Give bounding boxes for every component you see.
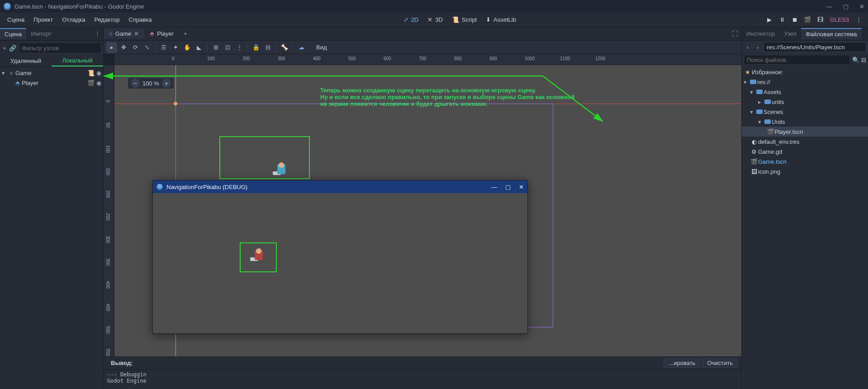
minimize-icon[interactable]: — — [826, 3, 832, 10]
close-tab-icon[interactable]: ✕ — [134, 30, 139, 37]
expand-viewport-icon[interactable]: ⛶ — [728, 28, 741, 39]
tab-inspector[interactable]: Инспектор — [742, 28, 779, 39]
pause-button[interactable]: ⏸ — [777, 14, 787, 25]
file-game-tscn[interactable]: 🎬 Game.tscn — [742, 157, 868, 166]
more-icon[interactable]: ⋮ — [854, 14, 864, 25]
debug-minimize-icon[interactable]: — — [491, 184, 497, 190]
godot-icon — [4, 3, 11, 10]
rotate-tool-icon[interactable]: ⟳ — [130, 42, 141, 53]
workspace-script[interactable]: 📜 Script — [448, 14, 480, 25]
grid-snap-icon[interactable]: ⊡ — [222, 42, 233, 53]
scene-tab-player[interactable]: ⬘ Player — [144, 28, 179, 39]
snap-options-icon[interactable]: ⋮ — [234, 42, 245, 53]
tab-scene[interactable]: Сцена — [0, 28, 26, 39]
debug-game-window[interactable]: NavigationForPikabu (DEBUG) — ▢ ✕ — [152, 180, 528, 334]
maximize-icon[interactable]: ▢ — [843, 3, 849, 10]
favorites-row[interactable]: ★ Избранное: — [742, 67, 868, 77]
add-node-icon[interactable]: + — [3, 43, 6, 52]
copy-button[interactable]: ...ировать — [664, 358, 700, 368]
add-scene-tab[interactable]: + — [179, 28, 192, 39]
subtab-local[interactable]: Локальный — [52, 55, 103, 66]
gdscript-icon: ⚙ — [750, 148, 758, 155]
folder-icon — [764, 119, 771, 124]
menu-debug[interactable]: Отладка — [58, 14, 89, 25]
zoom-in-icon[interactable]: + — [162, 79, 171, 88]
path-input[interactable] — [764, 42, 866, 52]
snap-icon[interactable]: ⊞ — [210, 42, 221, 53]
clear-button[interactable]: Очистить — [702, 358, 738, 368]
scene-tree: ▾ ○ Game 📜◉ ⬘ Player 🎬◉ — [0, 67, 103, 389]
res-root[interactable]: ▾ res:// — [742, 77, 868, 87]
pivot-tool-icon[interactable]: ✦ — [170, 42, 181, 53]
subtab-remote[interactable]: Удаленный — [0, 55, 52, 66]
workspace-2d[interactable]: ⤢ 2D — [400, 14, 422, 25]
script-icon[interactable]: 📜 — [87, 70, 95, 76]
folder-units-lower[interactable]: ▸ units — [742, 97, 868, 107]
output-tab[interactable]: Вывод: — [107, 359, 137, 367]
pan-tool-icon[interactable]: ✋ — [182, 42, 193, 53]
debug-close-icon[interactable]: ✕ — [519, 184, 524, 190]
node-game[interactable]: ▾ ○ Game 📜◉ — [0, 68, 103, 78]
search-icon[interactable]: 🔍 — [852, 57, 859, 63]
debug-titlebar[interactable]: NavigationForPikabu (DEBUG) — ▢ ✕ — [153, 180, 527, 193]
play-button[interactable]: ▶ — [764, 14, 775, 25]
env-icon: ◐ — [750, 138, 758, 145]
bone-icon[interactable]: 🦴 — [279, 42, 290, 53]
stop-button[interactable]: ⏹ — [789, 14, 800, 25]
instance-icon[interactable]: 🎬 — [87, 80, 95, 86]
list-tool-icon[interactable]: ☰ — [158, 42, 169, 53]
file-search-input[interactable] — [744, 55, 850, 65]
group-icon[interactable]: ⊟ — [262, 42, 273, 53]
node-player[interactable]: ⬘ Player 🎬◉ — [0, 78, 103, 88]
menu-scene[interactable]: Сцена — [4, 14, 28, 25]
window-controls: — ▢ ✕ — [826, 3, 864, 10]
filter-nodes-input[interactable] — [19, 43, 101, 53]
split-view-icon[interactable]: ⊟ — [861, 57, 866, 63]
tab-node[interactable]: Узел — [779, 28, 801, 39]
file-default-env[interactable]: ◐ default_env.tres — [742, 137, 868, 147]
play-custom-button[interactable]: 🎞 — [815, 14, 825, 25]
viewport-container: 0100200300400500600700800900100011001200… — [104, 54, 741, 356]
menu-project[interactable]: Проект — [30, 14, 57, 25]
scene-tab-game[interactable]: ○ Game ✕ — [104, 28, 144, 39]
ruler-tool-icon[interactable]: ◣ — [194, 42, 204, 53]
annotation-text: Теперь можно созданную сцену перетащить … — [320, 87, 574, 107]
renderer-label[interactable]: GLES3 — [827, 16, 852, 23]
menu-editor[interactable]: Редактор — [91, 14, 123, 25]
scene-file-icon: 🎬 — [750, 158, 758, 165]
scale-tool-icon[interactable]: ⤡ — [142, 42, 152, 53]
file-player-tscn[interactable]: 🎬 Player.tscn — [742, 127, 868, 137]
play-scene-button[interactable]: 🎬 — [802, 14, 813, 25]
link-icon[interactable]: 🔗 — [9, 43, 16, 52]
node2d-icon: ○ — [7, 70, 15, 76]
output-panel: Вывод: ...ировать Очистить --- Debuggin … — [104, 356, 741, 389]
workspace-3d[interactable]: ⤧ 3D — [424, 14, 446, 25]
tab-filesystem[interactable]: Файловая система — [801, 28, 861, 39]
folder-assets[interactable]: ▾ Assets — [742, 87, 868, 97]
view-menu[interactable]: Вид — [313, 44, 331, 51]
file-game-gd[interactable]: ⚙ Game.gd — [742, 147, 868, 157]
nav-fwd-icon[interactable]: › — [754, 44, 762, 51]
debug-maximize-icon[interactable]: ▢ — [505, 184, 511, 190]
zoom-control: − 100 % + — [128, 78, 174, 89]
file-icon-png[interactable]: 🖼 icon.png — [742, 166, 868, 176]
window-title: Game.tscn - NavigationForPikabu - Godot … — [14, 3, 144, 10]
panel-menu-icon[interactable]: ⋮ — [92, 30, 103, 37]
nav-back-icon[interactable]: ‹ — [744, 44, 752, 51]
folder-scenes[interactable]: ▾ Scenes — [742, 107, 868, 117]
zoom-out-icon[interactable]: − — [131, 79, 140, 88]
image-icon: 🖼 — [750, 168, 758, 175]
close-icon[interactable]: ✕ — [859, 3, 864, 10]
canvas-viewport[interactable]: − 100 % + Теперь можно созданную сцену п… — [114, 65, 741, 356]
tab-import[interactable]: Импорт — [26, 28, 56, 39]
visibility-icon[interactable]: ◉ — [96, 80, 101, 86]
visibility-icon[interactable]: ◉ — [96, 70, 101, 76]
override-icon[interactable]: ☁ — [296, 42, 307, 53]
output-text: --- Debuggin Godot Engine — [104, 370, 741, 389]
lock-icon[interactable]: 🔒 — [251, 42, 261, 53]
select-tool-icon[interactable]: ▸ — [106, 42, 117, 53]
workspace-assetlib[interactable]: ⬇ AssetLib — [482, 14, 520, 25]
move-tool-icon[interactable]: ✥ — [118, 42, 129, 53]
folder-units[interactable]: ▾ Units — [742, 117, 868, 127]
menu-help[interactable]: Справка — [125, 14, 156, 25]
